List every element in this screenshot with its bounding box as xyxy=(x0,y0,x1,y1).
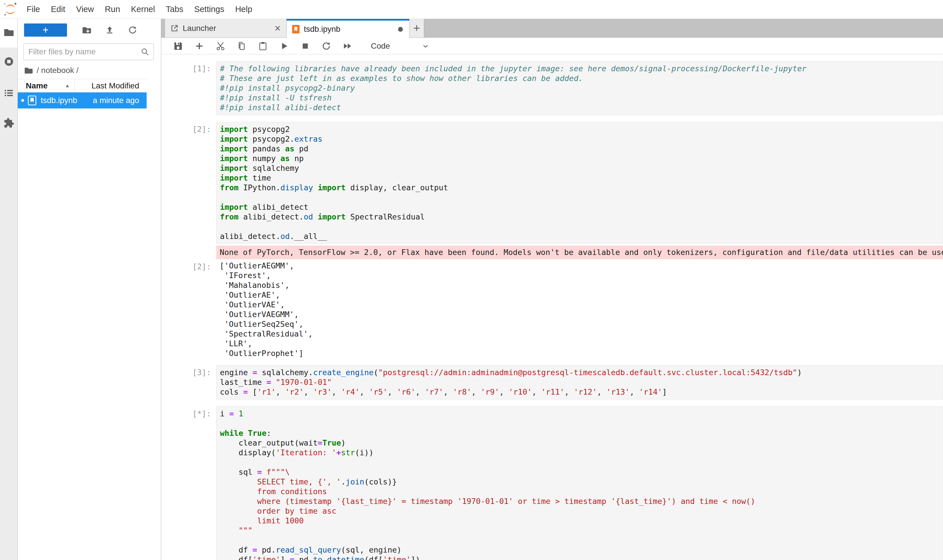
new-tab-button[interactable]: + xyxy=(409,19,424,38)
menu-items: FileEditViewRunKernelTabsSettingsHelp xyxy=(21,0,258,18)
chevron-down-icon[interactable] xyxy=(421,42,429,50)
tab-tsdb-ipynb[interactable]: tsdb.ipynb xyxy=(287,19,409,38)
menu-item-settings[interactable]: Settings xyxy=(189,0,230,18)
launcher-icon xyxy=(170,24,179,32)
file-modified-time: a minute ago xyxy=(93,96,147,105)
jupyter-logo-icon xyxy=(3,2,18,17)
insert-cell-icon[interactable] xyxy=(194,41,204,51)
run-icon[interactable] xyxy=(279,41,289,51)
menu-item-file[interactable]: File xyxy=(21,0,46,18)
running-kernels-icon[interactable] xyxy=(3,56,14,67)
file-browser-panel: + / no xyxy=(18,19,161,560)
output-prompt xyxy=(161,244,216,259)
restart-kernel-icon[interactable] xyxy=(322,41,331,51)
menu-item-kernel[interactable]: Kernel xyxy=(125,0,161,18)
cut-icon[interactable] xyxy=(216,41,225,51)
breadcrumb[interactable]: / notebook / xyxy=(24,66,161,75)
filter-files-input[interactable] xyxy=(24,47,140,56)
file-list-header: Name ▲ Last Modified xyxy=(18,79,147,92)
table-of-contents-icon[interactable] xyxy=(3,88,14,98)
new-folder-icon[interactable] xyxy=(82,25,92,35)
tab-launcher[interactable]: Launcher × xyxy=(165,19,287,38)
restart-and-run-all-icon[interactable] xyxy=(343,41,352,51)
home-folder-icon[interactable] xyxy=(24,66,33,75)
dock-panel: Launcher × tsdb.ipynb + xyxy=(161,19,943,560)
menu-item-run[interactable]: Run xyxy=(99,0,125,18)
search-icon xyxy=(140,47,150,56)
notebook-toolbar: Code xyxy=(161,38,943,54)
cell-editor[interactable]: import psycopg2import psycopg2.extrasimp… xyxy=(216,122,943,244)
code-cell[interactable]: [2]:import psycopg2import psycopg2.extra… xyxy=(161,122,943,358)
file-browser-toolbar: + xyxy=(18,23,161,37)
activity-bar xyxy=(0,19,18,560)
extension-manager-icon[interactable] xyxy=(3,118,14,128)
execution-count-prompt: [*]: xyxy=(161,406,216,560)
breadcrumb-path: / notebook / xyxy=(37,66,79,75)
menu-item-help[interactable]: Help xyxy=(230,0,258,18)
menu-bar: FileEditViewRunKernelTabsSettingsHelp xyxy=(0,0,943,19)
menu-item-view[interactable]: View xyxy=(71,0,99,18)
filter-files-box xyxy=(23,43,154,60)
menu-item-edit[interactable]: Edit xyxy=(46,0,71,18)
column-header-name[interactable]: Name ▲ xyxy=(18,81,74,91)
cell-editor[interactable]: i = 1 while True: clear_output(wait=True… xyxy=(216,406,943,560)
sort-ascending-icon: ▲ xyxy=(65,83,70,89)
upload-icon[interactable] xyxy=(105,25,114,35)
tab-launcher-label: Launcher xyxy=(183,24,275,33)
tab-bar: Launcher × tsdb.ipynb + xyxy=(161,19,943,38)
unsaved-changes-dot[interactable] xyxy=(398,27,403,32)
cell-type-dropdown[interactable]: Code xyxy=(371,42,390,51)
close-tab-icon[interactable]: × xyxy=(275,24,281,32)
running-file-dot xyxy=(21,99,24,102)
save-icon[interactable] xyxy=(173,41,183,51)
notebook-tab-icon xyxy=(292,25,300,34)
file-row-tsdb-ipynb[interactable]: tsdb.ipynb a minute ago xyxy=(18,92,147,108)
output-prompt: [2]: xyxy=(161,259,216,358)
paste-icon[interactable] xyxy=(258,41,268,51)
cell-editor[interactable]: # The following libraries have already b… xyxy=(216,61,943,115)
execution-count-prompt: [2]: xyxy=(161,122,216,244)
file-name: tsdb.ipynb xyxy=(41,96,93,105)
execution-count-prompt: [1]: xyxy=(161,61,216,115)
cell-editor[interactable]: engine = sqlalchemy.create_engine("postg… xyxy=(216,365,943,400)
code-cell[interactable]: [3]:engine = sqlalchemy.create_engine("p… xyxy=(161,365,943,400)
stderr-warning-output: None of PyTorch, TensorFlow >= 2.0, or F… xyxy=(216,246,943,259)
notebook-file-icon xyxy=(28,95,37,106)
code-cell[interactable]: [1]:# The following libraries have alrea… xyxy=(161,61,943,115)
tab-tsdb-label: tsdb.ipynb xyxy=(304,25,398,34)
execute-result-output: ['OutlierAEGMM', 'IForest', 'Mahalanobis… xyxy=(216,259,943,358)
new-launcher-button[interactable]: + xyxy=(24,23,67,37)
refresh-icon[interactable] xyxy=(128,25,137,35)
copy-icon[interactable] xyxy=(237,41,247,51)
notebook-content: [1]:# The following libraries have alrea… xyxy=(161,54,943,560)
menu-item-tabs[interactable]: Tabs xyxy=(161,0,189,18)
column-header-last-modified[interactable]: Last Modified xyxy=(75,81,147,91)
execution-count-prompt: [3]: xyxy=(161,365,216,400)
code-cell[interactable]: [*]:i = 1 while True: clear_output(wait=… xyxy=(161,406,943,560)
file-listing: Name ▲ Last Modified tsdb.ipynb a minute… xyxy=(18,79,147,108)
file-browser-icon[interactable] xyxy=(3,27,14,38)
stop-icon[interactable] xyxy=(300,41,310,51)
jupyterlab-window: FileEditViewRunKernelTabsSettingsHelp xyxy=(0,0,943,560)
